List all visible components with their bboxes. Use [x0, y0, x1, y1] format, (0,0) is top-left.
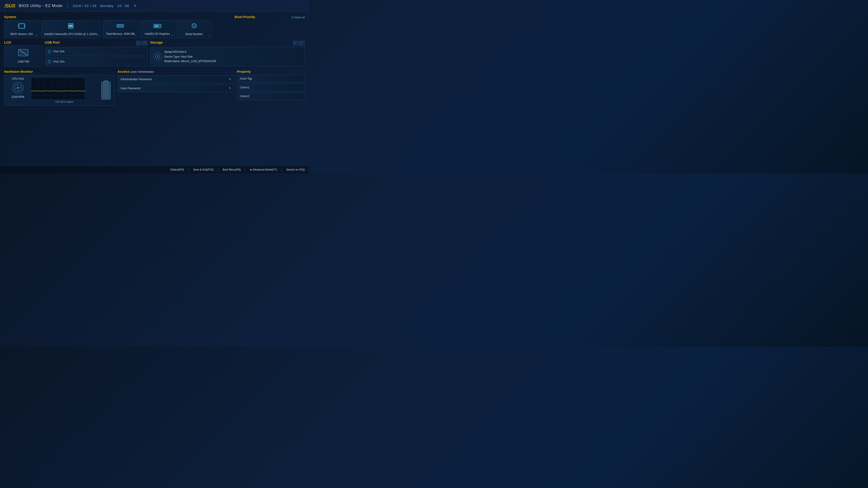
svg-rect-22: [159, 25, 160, 27]
storage-device-type: Device Type: Hard Disk: [164, 55, 216, 59]
system-section: System: [4, 15, 231, 38]
access-level-value: Level: Administrator: [130, 70, 154, 73]
storage-next-button[interactable]: ›: [299, 41, 305, 45]
storage-info: Serial ATA Port 0 Device Type: Hard Disk…: [164, 50, 216, 64]
asus-logo: /SUS: [4, 3, 15, 9]
usb-title: USB Port: [45, 40, 60, 44]
serial-icon: [180, 23, 209, 31]
header: /SUS BIOS Utility - EZ Mode | 2018 / 02 …: [0, 0, 309, 12]
svg-rect-38: [22, 56, 25, 57]
storage-prev-button[interactable]: ‹: [293, 41, 298, 45]
usb-port-0-label: Port: N/A: [54, 50, 65, 53]
system-card-bios[interactable]: BIOS Version: 309 ↗: [4, 20, 39, 38]
storage-card[interactable]: Serial ATA Port 0 Device Type: Hard Disk…: [150, 47, 305, 66]
user-password-edit-icon[interactable]: ✎: [229, 87, 231, 90]
usb-port-0-icon: ⬡: [48, 49, 51, 54]
boot-priority-header: Boot Priority ⇅ Switch all: [235, 15, 305, 20]
boot-priority-section: Boot Priority ⇅ Switch all: [235, 15, 305, 38]
system-card-memory[interactable]: Total Memory: 4096 MB ↗: [103, 20, 138, 38]
storage-model-name: Model Name: Micron_1100_MTFDDAK256: [164, 59, 216, 64]
storage-nav-buttons: ‹ ›: [293, 41, 305, 45]
footer: Default(F9) | Save & Exit(F10) | Boot Me…: [0, 165, 309, 173]
header-time: 23 : 08: [117, 4, 129, 8]
fan-icon: [12, 82, 24, 94]
system-title: System: [4, 15, 231, 19]
storage-section: Storage ‹ › Serial ATA Port 0: [150, 40, 305, 67]
footer-search-faq[interactable]: Search on FAQ: [286, 168, 305, 171]
asset-tag-row[interactable]: Asset Tag:: [237, 75, 305, 83]
user-password-row[interactable]: User Password ✎: [118, 84, 234, 92]
access-header: Access Level: Administrator: [118, 70, 234, 73]
system-card-serial[interactable]: Serial Number: ↗: [177, 20, 212, 38]
graph-canvas: [31, 77, 85, 100]
system-card-cpu[interactable]: CPU Intel(R) Celeron(R) CPU N3350 @ 1.10…: [41, 20, 101, 38]
bios-card-arrow: ↗: [35, 34, 37, 37]
header-divider: |: [67, 3, 68, 8]
lcd-title: LCD: [4, 40, 42, 44]
usb-next-button[interactable]: ›: [143, 41, 148, 45]
lcd-section: LCD 1366*768: [4, 40, 42, 67]
svg-point-41: [157, 56, 158, 57]
svg-line-31: [195, 24, 196, 25]
footer-div-4: |: [281, 168, 282, 172]
usb-port-1-icon: ⬡: [48, 59, 51, 64]
access-section: Access Level: Administrator Administrato…: [118, 70, 234, 106]
svg-point-25: [193, 25, 195, 27]
graph-label: CPU 35°C 919mV: [31, 101, 98, 103]
serial-card-arrow: ↗: [208, 34, 210, 37]
usb-header: USB Port ‹ ›: [45, 40, 148, 46]
gpu-icon: GPU: [143, 23, 172, 31]
property-rows: Asset Tag: Colum1: Colum2:: [237, 75, 305, 100]
access-label: Access: [118, 70, 129, 73]
battery-icon: [101, 80, 111, 101]
footer-save-exit[interactable]: Save & Exit(F10): [193, 168, 214, 171]
admin-password-row[interactable]: Administrator Password ✎: [118, 75, 234, 83]
footer-default[interactable]: Default(F9): [170, 168, 184, 171]
admin-password-label: Administrator Password: [121, 77, 151, 81]
usb-prev-button[interactable]: ‹: [136, 41, 142, 45]
cpu-fan-label: CPU FAN: [12, 77, 24, 80]
switch-all-button[interactable]: ⇅ Switch all: [291, 16, 305, 19]
cpu-label: Intel(R) Celeron(R) CPU N3350 @ 1.10GHz: [44, 33, 97, 36]
bios-icon: [7, 23, 36, 31]
system-card-gpu[interactable]: GPU Intel(R) HD Graphics ↗: [140, 20, 175, 38]
gpu-card-arrow: ↗: [171, 34, 174, 37]
cpu-card-arrow: ↗: [97, 34, 99, 37]
footer-advanced-mode[interactable]: ►Advanced Mode(F7): [250, 168, 277, 171]
storage-title: Storage: [150, 40, 163, 44]
serial-number-label: Serial Number:: [180, 33, 209, 36]
edit-datetime-icon[interactable]: ✎: [134, 4, 136, 8]
usb-port-1-row[interactable]: ⬡ Port: N/A: [45, 57, 148, 66]
header-title: BIOS Utility - EZ Mode: [19, 4, 62, 8]
property-section: Property Asset Tag: Colum1: Colum2:: [237, 70, 305, 106]
svg-rect-12: [118, 25, 119, 27]
header-date: 2018 / 02 / 26: [73, 4, 97, 8]
colum2-row[interactable]: Colum2:: [237, 92, 305, 100]
usb-port-0-row[interactable]: ⬡ Port: N/A: [45, 47, 148, 56]
cpu-icon: CPU: [44, 23, 97, 31]
lcd-card[interactable]: 1366*768: [4, 46, 42, 67]
svg-rect-14: [120, 25, 121, 27]
cpu-fan-rpm: 2248 RPM: [11, 95, 24, 98]
main-content: System: [0, 12, 309, 165]
bios-version-label: BIOS Version: 309: [7, 33, 36, 36]
hdd-icon: [153, 53, 162, 61]
svg-rect-51: [104, 80, 108, 82]
hardware-monitor-section: Hardware Monitor CPU FAN: [4, 70, 115, 106]
storage-header: Storage ‹ ›: [150, 40, 305, 46]
footer-boot-menu[interactable]: Boot Menu(F8): [223, 168, 241, 171]
footer-div-1: |: [188, 168, 189, 172]
memory-label: Total Memory: 4096 MB: [106, 32, 135, 35]
boot-priority-title: Boot Priority: [235, 15, 255, 19]
lcd-icon: [7, 49, 39, 59]
storage-port: Serial ATA Port 0: [164, 50, 216, 55]
graph-line: [31, 77, 85, 100]
usb-port-1-label: Port: N/A: [54, 60, 65, 63]
memory-icon: [106, 23, 135, 31]
colum1-row[interactable]: Colum1:: [237, 84, 305, 91]
admin-password-edit-icon[interactable]: ✎: [229, 77, 231, 81]
hw-monitor-title: Hardware Monitor: [4, 70, 115, 73]
svg-rect-13: [119, 25, 120, 27]
svg-line-30: [193, 24, 193, 25]
memory-card-arrow: ↗: [134, 34, 136, 37]
